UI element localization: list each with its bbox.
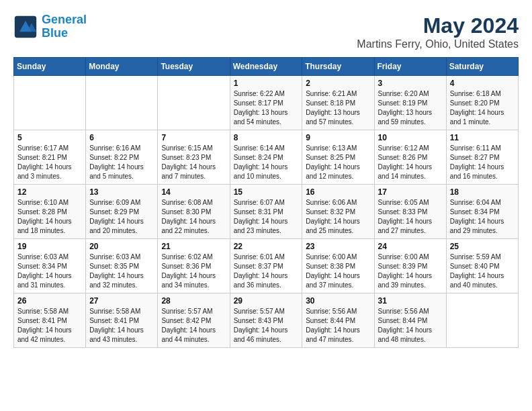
day-info: Sunrise: 6:21 AM Sunset: 8:18 PM Dayligh…	[306, 89, 370, 127]
day-cell: 30Sunrise: 5:56 AM Sunset: 8:44 PM Dayli…	[302, 293, 374, 348]
day-number: 17	[378, 187, 443, 197]
logo-general: General	[42, 13, 87, 26]
day-cell: 1Sunrise: 6:22 AM Sunset: 8:17 PM Daylig…	[230, 76, 302, 130]
day-cell: 27Sunrise: 5:58 AM Sunset: 8:41 PM Dayli…	[86, 293, 158, 348]
day-number: 23	[306, 242, 370, 251]
day-cell: 13Sunrise: 6:09 AM Sunset: 8:29 PM Dayli…	[86, 185, 158, 239]
day-cell: 25Sunrise: 5:59 AM Sunset: 8:40 PM Dayli…	[446, 239, 518, 293]
day-cell: 17Sunrise: 6:05 AM Sunset: 8:33 PM Dayli…	[374, 185, 446, 239]
day-number: 9	[306, 133, 370, 142]
day-cell: 8Sunrise: 6:14 AM Sunset: 8:24 PM Daylig…	[230, 130, 302, 185]
day-number: 12	[17, 187, 82, 197]
day-number: 18	[450, 187, 515, 197]
day-info: Sunrise: 5:57 AM Sunset: 8:42 PM Dayligh…	[161, 307, 226, 345]
day-info: Sunrise: 6:16 AM Sunset: 8:22 PM Dayligh…	[89, 144, 154, 181]
day-number: 6	[89, 133, 154, 142]
day-cell: 24Sunrise: 6:00 AM Sunset: 8:39 PM Dayli…	[374, 239, 446, 293]
day-info: Sunrise: 6:13 AM Sunset: 8:25 PM Dayligh…	[306, 144, 370, 181]
day-number: 19	[17, 242, 82, 251]
day-number: 28	[161, 296, 226, 306]
day-info: Sunrise: 6:00 AM Sunset: 8:38 PM Dayligh…	[306, 253, 370, 290]
day-number: 16	[306, 187, 370, 197]
day-number: 27	[89, 296, 154, 306]
day-cell: 15Sunrise: 6:07 AM Sunset: 8:31 PM Dayli…	[230, 185, 302, 239]
week-row-2: 5Sunrise: 6:17 AM Sunset: 8:21 PM Daylig…	[14, 130, 519, 185]
day-info: Sunrise: 5:56 AM Sunset: 8:44 PM Dayligh…	[306, 307, 370, 345]
day-info: Sunrise: 6:22 AM Sunset: 8:17 PM Dayligh…	[234, 89, 299, 127]
header-monday: Monday	[86, 58, 158, 76]
day-cell	[158, 76, 230, 130]
day-cell	[14, 76, 86, 130]
day-info: Sunrise: 6:09 AM Sunset: 8:29 PM Dayligh…	[89, 198, 154, 236]
day-info: Sunrise: 6:20 AM Sunset: 8:19 PM Dayligh…	[378, 89, 443, 127]
day-number: 29	[234, 296, 299, 306]
day-info: Sunrise: 6:00 AM Sunset: 8:39 PM Dayligh…	[378, 253, 443, 290]
week-row-5: 26Sunrise: 5:58 AM Sunset: 8:41 PM Dayli…	[14, 293, 519, 348]
day-info: Sunrise: 6:14 AM Sunset: 8:24 PM Dayligh…	[234, 144, 299, 181]
day-cell: 21Sunrise: 6:02 AM Sunset: 8:36 PM Dayli…	[158, 239, 230, 293]
day-number: 2	[306, 79, 370, 88]
day-info: Sunrise: 6:18 AM Sunset: 8:20 PM Dayligh…	[450, 89, 515, 127]
day-info: Sunrise: 5:57 AM Sunset: 8:43 PM Dayligh…	[234, 307, 299, 345]
logo-icon	[13, 15, 38, 39]
day-number: 21	[161, 242, 226, 251]
day-number: 5	[17, 133, 82, 142]
day-cell: 2Sunrise: 6:21 AM Sunset: 8:18 PM Daylig…	[302, 76, 374, 130]
day-number: 26	[17, 296, 82, 306]
header-wednesday: Wednesday	[230, 58, 302, 76]
day-cell: 19Sunrise: 6:03 AM Sunset: 8:34 PM Dayli…	[14, 239, 86, 293]
day-info: Sunrise: 6:17 AM Sunset: 8:21 PM Dayligh…	[17, 144, 82, 181]
day-number: 20	[89, 242, 154, 251]
day-info: Sunrise: 6:02 AM Sunset: 8:36 PM Dayligh…	[161, 253, 226, 290]
day-info: Sunrise: 5:56 AM Sunset: 8:44 PM Dayligh…	[378, 307, 443, 345]
day-number: 24	[378, 242, 443, 251]
day-cell: 26Sunrise: 5:58 AM Sunset: 8:41 PM Dayli…	[14, 293, 86, 348]
day-number: 22	[234, 242, 299, 251]
day-info: Sunrise: 6:03 AM Sunset: 8:34 PM Dayligh…	[17, 253, 82, 290]
header-sunday: Sunday	[14, 58, 86, 76]
logo-blue: Blue	[42, 26, 68, 40]
header-saturday: Saturday	[446, 58, 518, 76]
day-cell: 22Sunrise: 6:01 AM Sunset: 8:37 PM Dayli…	[230, 239, 302, 293]
day-info: Sunrise: 6:10 AM Sunset: 8:28 PM Dayligh…	[17, 198, 82, 236]
logo-text: General Blue	[42, 13, 87, 40]
day-info: Sunrise: 6:04 AM Sunset: 8:34 PM Dayligh…	[450, 198, 515, 236]
day-info: Sunrise: 5:59 AM Sunset: 8:40 PM Dayligh…	[450, 253, 515, 290]
day-cell: 11Sunrise: 6:11 AM Sunset: 8:27 PM Dayli…	[446, 130, 518, 185]
title-block: May 2024 Martins Ferry, Ohio, United Sta…	[357, 13, 519, 50]
day-number: 1	[234, 79, 299, 88]
week-row-1: 1Sunrise: 6:22 AM Sunset: 8:17 PM Daylig…	[14, 76, 519, 130]
day-number: 31	[378, 296, 443, 306]
week-row-3: 12Sunrise: 6:10 AM Sunset: 8:28 PM Dayli…	[14, 185, 519, 239]
day-info: Sunrise: 6:15 AM Sunset: 8:23 PM Dayligh…	[161, 144, 226, 181]
day-number: 11	[450, 133, 515, 142]
day-cell: 20Sunrise: 6:03 AM Sunset: 8:35 PM Dayli…	[86, 239, 158, 293]
calendar-subtitle: Martins Ferry, Ohio, United States	[357, 38, 519, 50]
day-cell: 12Sunrise: 6:10 AM Sunset: 8:28 PM Dayli…	[14, 185, 86, 239]
day-number: 10	[378, 133, 443, 142]
day-info: Sunrise: 6:05 AM Sunset: 8:33 PM Dayligh…	[378, 198, 443, 236]
day-cell: 7Sunrise: 6:15 AM Sunset: 8:23 PM Daylig…	[158, 130, 230, 185]
header-tuesday: Tuesday	[158, 58, 230, 76]
page-header: General Blue May 2024 Martins Ferry, Ohi…	[13, 13, 519, 50]
day-cell: 18Sunrise: 6:04 AM Sunset: 8:34 PM Dayli…	[446, 185, 518, 239]
day-number: 8	[234, 133, 299, 142]
day-info: Sunrise: 6:11 AM Sunset: 8:27 PM Dayligh…	[450, 144, 515, 181]
day-cell: 5Sunrise: 6:17 AM Sunset: 8:21 PM Daylig…	[14, 130, 86, 185]
day-cell: 14Sunrise: 6:08 AM Sunset: 8:30 PM Dayli…	[158, 185, 230, 239]
header-thursday: Thursday	[302, 58, 374, 76]
logo: General Blue	[13, 13, 87, 40]
day-number: 7	[161, 133, 226, 142]
day-info: Sunrise: 6:06 AM Sunset: 8:32 PM Dayligh…	[306, 198, 370, 236]
day-cell: 9Sunrise: 6:13 AM Sunset: 8:25 PM Daylig…	[302, 130, 374, 185]
header-friday: Friday	[374, 58, 446, 76]
day-cell: 16Sunrise: 6:06 AM Sunset: 8:32 PM Dayli…	[302, 185, 374, 239]
day-cell	[446, 293, 518, 348]
week-row-4: 19Sunrise: 6:03 AM Sunset: 8:34 PM Dayli…	[14, 239, 519, 293]
calendar-table: SundayMondayTuesdayWednesdayThursdayFrid…	[13, 57, 519, 348]
day-info: Sunrise: 5:58 AM Sunset: 8:41 PM Dayligh…	[17, 307, 82, 345]
day-cell: 31Sunrise: 5:56 AM Sunset: 8:44 PM Dayli…	[374, 293, 446, 348]
calendar-header-row: SundayMondayTuesdayWednesdayThursdayFrid…	[14, 58, 519, 76]
day-info: Sunrise: 6:12 AM Sunset: 8:26 PM Dayligh…	[378, 144, 443, 181]
day-number: 3	[378, 79, 443, 88]
